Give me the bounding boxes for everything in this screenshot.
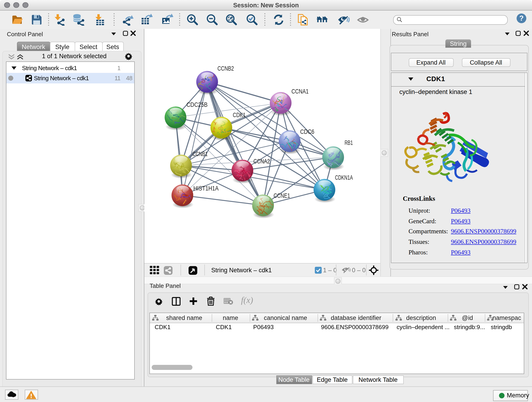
svg-text:CCNB1: CCNB1 <box>192 150 208 157</box>
svg-text:CCNA2: CCNA2 <box>253 158 270 165</box>
svg-text:CDC6: CDC6 <box>300 128 314 135</box>
svg-text:CDC25B: CDC25B <box>186 101 208 108</box>
svg-text:CCNB2: CCNB2 <box>217 65 234 72</box>
svg-text:HIST1H1A: HIST1H1A <box>193 185 219 192</box>
svg-text:CDK1: CDK1 <box>233 111 246 119</box>
svg-text:CDKN1A: CDKN1A <box>335 174 353 181</box>
svg-text:?: ? <box>519 14 524 22</box>
svg-text:CCNE1: CCNE1 <box>273 192 290 199</box>
svg-text:CCNA1: CCNA1 <box>291 88 309 95</box>
svg-text:RB1: RB1 <box>345 139 353 146</box>
